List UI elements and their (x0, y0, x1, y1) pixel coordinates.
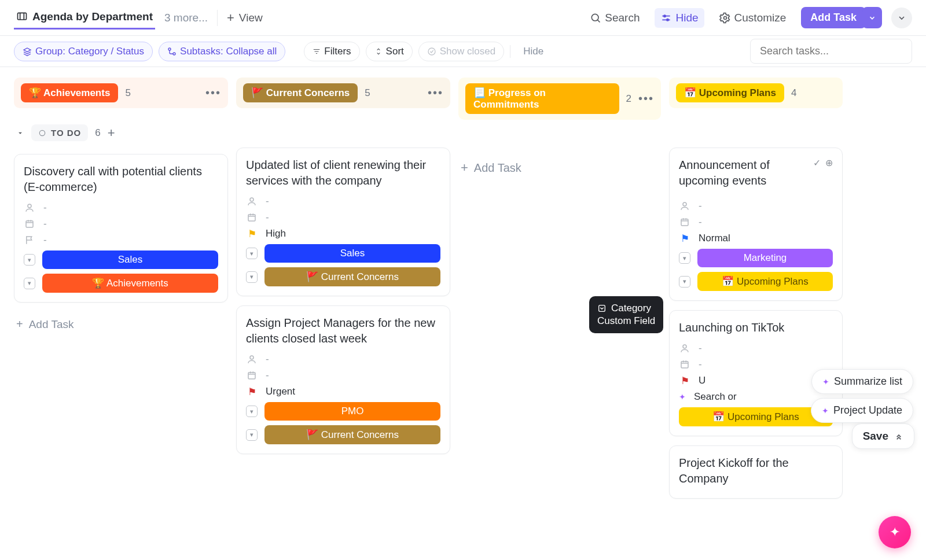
add-status-button[interactable]: + (108, 126, 115, 141)
search-label: Search (605, 12, 640, 24)
badge-category[interactable]: 🏆 Achievements (42, 274, 218, 293)
ai-summarize-label: Summarize list (834, 375, 902, 388)
gear-icon (719, 12, 731, 24)
status-chip[interactable]: TO DO (31, 124, 88, 141)
assignee-row[interactable]: - (24, 202, 218, 213)
badge-category[interactable]: 🚩 Current Concerns (264, 267, 440, 286)
show-closed-pill[interactable]: Show closed (418, 42, 504, 61)
search-tasks-input[interactable] (750, 39, 912, 64)
tooltip-category: Category Custom Field (589, 296, 663, 333)
view-more[interactable]: 3 more... (164, 12, 208, 24)
card-title: Discovery call with potential clients (E… (24, 164, 218, 195)
badge-category[interactable]: 📅 Upcoming Plans (679, 407, 833, 426)
user-icon (679, 200, 690, 212)
check-circle-icon (427, 47, 436, 56)
badge-category[interactable]: 📅 Upcoming Plans (697, 272, 833, 291)
svg-point-7 (428, 48, 435, 55)
filters-pill[interactable]: Filters (304, 42, 359, 61)
task-card[interactable]: Updated list of client renewing their se… (236, 148, 450, 296)
add-view-button[interactable]: + View (227, 10, 263, 25)
assignee-row[interactable]: - (679, 200, 833, 212)
add-task-button[interactable]: Add Task (801, 7, 866, 28)
lane-upcoming: 📅 Upcoming Plans 4 Announcement of upcom… (669, 78, 843, 508)
subtask-icon (167, 47, 177, 56)
customize-tool[interactable]: Customize (714, 8, 792, 28)
svg-point-13 (250, 356, 253, 359)
svg-point-6 (173, 53, 175, 55)
ai-project-update-button[interactable]: ✦ Project Update (811, 398, 913, 423)
lane-chip: 🏆 Achievements (21, 83, 118, 102)
save-button[interactable]: Save (852, 423, 914, 449)
svg-point-9 (28, 204, 31, 208)
dropdown-field-icon[interactable]: ▾ (24, 254, 35, 266)
task-card[interactable]: Project Kickoff for the Company (669, 445, 843, 499)
lane-more-icon[interactable]: ••• (205, 86, 221, 100)
dropdown-field-icon[interactable]: ▾ (679, 252, 690, 264)
ai-summarize-button[interactable]: ✦ Summarize list (811, 369, 913, 394)
sort-label: Sort (386, 46, 404, 57)
assignee-row[interactable]: - (679, 342, 833, 354)
priority-row[interactable]: ⚑Normal (679, 233, 833, 244)
lane-header[interactable]: 📅 Upcoming Plans 4 (669, 78, 843, 108)
subtasks-pill[interactable]: Subtasks: Collapse all (159, 42, 285, 61)
chevron-down-icon[interactable] (16, 129, 24, 137)
add-view-label: View (239, 12, 263, 24)
task-card[interactable]: Announcement of upcoming events ✓ ⊕ - - … (669, 148, 843, 301)
badge-department[interactable]: Sales (264, 244, 440, 263)
chevron-down-icon (897, 13, 906, 23)
dropdown-field-icon[interactable]: ▾ (679, 276, 690, 288)
more-menu-button[interactable] (891, 8, 912, 28)
lane-more-icon[interactable]: ••• (428, 86, 443, 100)
check-icon[interactable]: ✓ (813, 157, 821, 168)
badge-category[interactable]: 🚩 Current Concerns (264, 425, 440, 444)
assignee-row[interactable]: - (246, 196, 440, 207)
date-row[interactable]: - (679, 216, 833, 228)
lane-count: 2 (626, 93, 631, 105)
sort-pill[interactable]: Sort (366, 42, 413, 61)
calendar-icon (246, 370, 258, 381)
priority-row[interactable]: ⚑High (246, 228, 440, 240)
dropdown-field-icon[interactable]: ▾ (246, 406, 258, 417)
assignee-row[interactable]: - (246, 353, 440, 365)
date-row[interactable]: - (24, 218, 218, 230)
task-card[interactable]: Discovery call with potential clients (E… (14, 154, 228, 303)
dropdown-field-icon[interactable]: ▾ (246, 248, 258, 259)
lane-header[interactable]: 🏆 Achievements 5 ••• (14, 78, 228, 108)
dropdown-field-icon[interactable]: ▾ (246, 271, 258, 283)
status-label: TO DO (51, 128, 81, 138)
dropdown-field-icon[interactable]: ▾ (24, 278, 35, 289)
search-row[interactable]: ✦Search or (679, 391, 833, 403)
hide-tool[interactable]: Hide (655, 8, 704, 28)
date-row[interactable]: - (246, 370, 440, 381)
tooltip-line1: Category (611, 302, 651, 315)
lane-more-icon[interactable]: ••• (638, 92, 654, 105)
add-task-inline[interactable]: + Add Task (458, 154, 661, 181)
hide-link[interactable]: Hide (523, 46, 543, 57)
add-task-inline[interactable]: + Add Task (14, 312, 228, 337)
badge-department[interactable]: PMO (264, 402, 440, 421)
card-title: Assign Project Managers for the new clie… (246, 315, 440, 347)
svg-rect-18 (681, 362, 688, 368)
search-tool[interactable]: Search (584, 8, 645, 28)
priority-row[interactable]: ⚑Urgent (246, 386, 440, 397)
group-pill[interactable]: Group: Category / Status (14, 42, 153, 61)
add-task-dropdown[interactable] (862, 7, 882, 28)
priority-row[interactable]: ⚑U (679, 375, 833, 386)
add-icon[interactable]: ⊕ (825, 157, 833, 168)
lane-header[interactable]: 📃 Progress on Commitments 2 ••• (458, 78, 661, 120)
date-row[interactable]: - (679, 359, 833, 370)
task-card[interactable]: Assign Project Managers for the new clie… (236, 305, 450, 454)
flag-icon: ⚑ (679, 375, 690, 386)
view-tab-agenda[interactable]: Agenda by Department (14, 6, 155, 30)
lane-progress: 📃 Progress on Commitments 2 ••• + Add Ta… (458, 78, 661, 508)
svg-rect-0 (18, 13, 27, 20)
view-tab-label: Agenda by Department (32, 10, 153, 23)
badge-department[interactable]: Marketing (697, 249, 833, 267)
lane-header[interactable]: 🚩 Current Concerns 5 ••• (236, 78, 450, 108)
filters-label: Filters (324, 46, 351, 57)
date-row[interactable]: - (246, 212, 440, 223)
dropdown-field-icon[interactable]: ▾ (246, 429, 258, 441)
lane-count: 5 (365, 87, 370, 99)
priority-row[interactable]: - (24, 234, 218, 246)
badge-department[interactable]: Sales (42, 250, 218, 269)
